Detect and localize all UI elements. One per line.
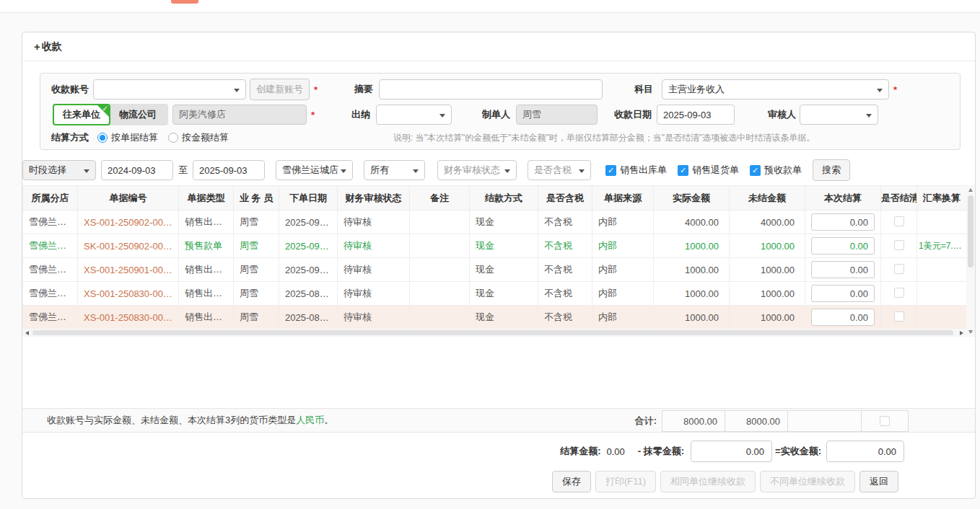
- vertical-scrollbar-thumb[interactable]: [968, 195, 974, 267]
- total-settled-checkbox[interactable]: [880, 416, 890, 426]
- checkbox-checked-icon: ✓: [750, 165, 761, 176]
- chevron-down-icon: [866, 114, 872, 118]
- save-button[interactable]: 保存: [552, 471, 591, 492]
- clear-icon[interactable]: ×: [329, 164, 335, 176]
- diff-unit-continue-button[interactable]: 不同单位继续收款: [760, 471, 855, 492]
- store-select[interactable]: 雪佛兰运城店 ×: [276, 160, 353, 180]
- panel-header: + 收款: [22, 32, 975, 61]
- panel-title: 收款: [42, 40, 62, 53]
- chevron-down-icon: [341, 169, 346, 173]
- col-settled: 是否结清: [881, 186, 917, 211]
- settle-amount-input[interactable]: [811, 285, 875, 302]
- chevron-down-icon: [84, 169, 89, 173]
- checkbox-sales-return[interactable]: ✓ 销售退货单: [678, 164, 739, 177]
- settled-checkbox[interactable]: [894, 288, 904, 298]
- date-to-input[interactable]: [193, 160, 265, 180]
- col-order-date: 下单日期: [279, 186, 338, 211]
- col-bill-type: 单据类型: [179, 186, 234, 211]
- print-button[interactable]: 打印(F11): [595, 471, 656, 492]
- settle-total-label: 结算金额:: [560, 445, 600, 458]
- settle-amount-input[interactable]: [811, 213, 875, 231]
- create-account-button[interactable]: 创建新账号: [250, 79, 310, 100]
- settle-mode-label: 结算方式: [40, 131, 89, 144]
- total-unsettled: 8000.00: [725, 410, 788, 432]
- receipt-date-input[interactable]: [657, 105, 735, 125]
- settle-amount-input[interactable]: [811, 309, 875, 326]
- radio-unselected-icon: [168, 133, 178, 143]
- col-branch: 所属分店: [23, 186, 78, 211]
- partner-tab[interactable]: 往来单位 ✓: [53, 104, 110, 125]
- col-salesman: 业 务 员: [234, 186, 279, 211]
- settled-checkbox[interactable]: [894, 264, 904, 274]
- scroll-down-icon[interactable]: [968, 330, 973, 334]
- checkbox-checked-icon: ✓: [678, 165, 688, 176]
- received-input[interactable]: [826, 441, 904, 462]
- receipt-form: 收款账号 创建新账号 * 摘要 科目 主营业务收入 * 往来单位 ✓ 物流公司: [40, 73, 961, 150]
- check-icon: ✓: [102, 105, 108, 112]
- tax-select[interactable]: 是否含税: [528, 160, 591, 180]
- radio-settle-by-bill[interactable]: 按单据结算: [97, 131, 158, 144]
- col-bill-no: 单据编号: [78, 186, 179, 211]
- auditor-select[interactable]: [800, 105, 878, 125]
- table-row[interactable]: 雪佛兰运... XS-001-250902-0002 销售出库单 周雪 2025…: [23, 211, 967, 234]
- to-label: 至: [178, 164, 188, 177]
- col-settle: 本次结算: [805, 186, 881, 211]
- bills-table: 所属分店 单据编号 单据类型 业 务 员 下单日期 财务审核状态 备注 结款方式…: [22, 185, 967, 329]
- all-select[interactable]: 所有: [364, 160, 425, 180]
- round-off-label: - 抹零金额:: [638, 445, 684, 458]
- required-asterisk: *: [314, 84, 320, 95]
- maker-input[interactable]: [516, 105, 598, 125]
- date-from-input[interactable]: [101, 160, 173, 180]
- total-settled-cell: [861, 410, 909, 432]
- required-asterisk: *: [893, 84, 899, 95]
- col-remark: 备注: [410, 186, 470, 211]
- summary-input[interactable]: [379, 79, 603, 99]
- action-buttons: 保存 打印(F11) 相同单位继续收款 不同单位继续收款 返回: [552, 471, 898, 492]
- vertical-scrollbar[interactable]: [966, 185, 975, 337]
- col-audit-status: 财务审核状态: [338, 186, 410, 211]
- cashier-label: 出纳: [338, 108, 370, 121]
- top-bar: [0, 0, 980, 13]
- settle-amount-input[interactable]: [811, 237, 875, 254]
- cashier-select[interactable]: [376, 105, 452, 125]
- settled-checkbox[interactable]: [894, 216, 904, 226]
- plus-icon: +: [34, 40, 40, 53]
- summary-label: 摘要: [341, 83, 373, 96]
- total-actual: 8000.00: [662, 410, 725, 432]
- round-off-input[interactable]: [691, 441, 772, 462]
- horizontal-scrollbar-thumb[interactable]: [32, 330, 953, 335]
- filter-bar: 时段选择 至 雪佛兰运城店 × 所有 财务审核状态 是否含税 ✓ 销售出库单 ✓: [22, 159, 850, 181]
- checkbox-checked-icon: ✓: [605, 165, 616, 176]
- horizontal-scrollbar[interactable]: [22, 329, 966, 337]
- settle-total-value: 0.00: [606, 446, 624, 457]
- currency-value: 人民币: [296, 415, 324, 425]
- scroll-right-icon[interactable]: [960, 331, 963, 335]
- search-button[interactable]: 搜索: [813, 159, 850, 181]
- radio-settle-by-amount[interactable]: 按金额结算: [168, 131, 229, 144]
- table-row-highlighted[interactable]: 雪佛兰运... XS-001-250830-0001 销售出库单 周雪 2025…: [23, 306, 967, 329]
- same-unit-continue-button[interactable]: 相同单位继续收款: [660, 471, 756, 492]
- settle-amount-row: 结算金额: 0.00 - 抹零金额: =实收金额:: [560, 441, 904, 462]
- logistics-tab[interactable]: 物流公司: [108, 104, 168, 125]
- receipt-panel: + 收款 收款账号 创建新账号 * 摘要 科目 主营业务收入 * 往来单位: [22, 32, 976, 499]
- settled-checkbox[interactable]: [894, 240, 904, 250]
- settled-checkbox[interactable]: [894, 311, 904, 322]
- subject-select[interactable]: 主营业务收入: [662, 79, 889, 99]
- account-select[interactable]: [93, 79, 246, 99]
- scroll-left-icon[interactable]: [25, 331, 29, 335]
- col-unsettled: 未结金额: [730, 186, 805, 211]
- partner-name-input[interactable]: [172, 105, 307, 125]
- table-row[interactable]: 雪佛兰运... XS-001-250830-0002 销售出库单 周雪 2025…: [23, 282, 967, 306]
- received-label: =实收金额:: [775, 445, 821, 458]
- scroll-up-icon[interactable]: [968, 188, 973, 192]
- active-tab-indicator[interactable]: [171, 0, 198, 4]
- audit-status-select[interactable]: 财务审核状态: [437, 160, 517, 180]
- checkbox-sales-outbound[interactable]: ✓ 销售出库单: [605, 164, 667, 177]
- table-row[interactable]: 雪佛兰运... XS-001-250901-0001 销售出库单 周雪 2025…: [23, 258, 967, 282]
- back-button[interactable]: 返回: [859, 471, 898, 492]
- col-rate: 汇率换算: [917, 186, 967, 211]
- settle-amount-input[interactable]: [811, 261, 875, 278]
- period-select[interactable]: 时段选择: [22, 160, 96, 180]
- table-row[interactable]: 雪佛兰运... SK-001-250902-0003 预售款单 周雪 2025-…: [23, 234, 967, 258]
- checkbox-precollect[interactable]: ✓ 预收款单: [750, 164, 802, 177]
